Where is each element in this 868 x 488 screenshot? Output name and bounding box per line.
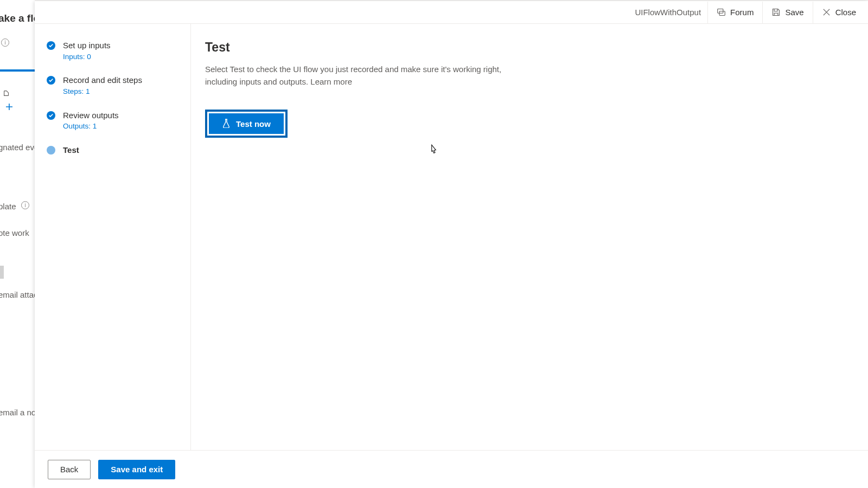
step-label: Set up inputs: [63, 40, 111, 51]
test-now-button[interactable]: Test now: [209, 113, 284, 134]
steps-rail: Set up inputs Inputs: 0 Record and edit …: [35, 24, 191, 450]
step-test[interactable]: Test: [35, 142, 190, 165]
bg-progress-bar: [0, 69, 35, 72]
bg-title-fragment: ake a flo: [0, 12, 40, 24]
step-setup-inputs[interactable]: Set up inputs Inputs: 0: [35, 37, 190, 72]
flask-icon: [222, 118, 231, 130]
pointer-cursor-icon: [427, 143, 439, 157]
save-button[interactable]: Save: [763, 2, 812, 23]
forum-icon: [717, 8, 726, 17]
step-record-edit[interactable]: Record and edit steps Steps: 1: [35, 72, 190, 106]
learn-more-link[interactable]: Learn more: [310, 77, 352, 86]
back-button[interactable]: Back: [48, 460, 91, 479]
close-label: Close: [835, 8, 856, 17]
page-description: Select Test to check the UI flow you jus…: [205, 63, 531, 88]
forum-button[interactable]: Forum: [708, 2, 762, 23]
page-title: Test: [205, 40, 854, 55]
close-button[interactable]: Close: [813, 2, 865, 23]
plus-icon[interactable]: [5, 102, 14, 111]
branch-icon: [3, 89, 10, 97]
bg-text-fragment: email a no: [0, 408, 36, 417]
step-label: Review outputs: [63, 110, 119, 121]
step-review-outputs[interactable]: Review outputs Outputs: 1: [35, 107, 190, 142]
bg-text-fragment: email attac: [0, 290, 38, 299]
step-sub: Steps: 1: [63, 87, 142, 97]
content-area: Test Select Test to check the UI flow yo…: [191, 24, 868, 450]
close-icon: [822, 8, 831, 17]
info-icon: i: [21, 201, 29, 209]
svg-rect-2: [775, 13, 778, 15]
save-icon: [771, 8, 781, 17]
bg-text-fragment: ote work: [0, 228, 29, 237]
step-label: Test: [63, 145, 79, 156]
bg-thumbnail: [0, 266, 4, 279]
save-label: Save: [785, 8, 803, 17]
panel-footer: Back Save and exit: [35, 450, 868, 488]
step-complete-icon: [47, 76, 55, 85]
panel-header: UIFlowWithOutput Forum Save Close: [35, 1, 868, 24]
wizard-panel: UIFlowWithOutput Forum Save Close: [35, 1, 868, 488]
step-complete-icon: [47, 111, 55, 120]
step-sub: Inputs: 0: [63, 52, 111, 62]
test-now-focus-ring: Test now: [205, 110, 288, 138]
step-current-icon: [47, 146, 55, 155]
bg-text-fragment: plate: [0, 202, 16, 211]
test-now-label: Test now: [236, 119, 271, 129]
step-sub: Outputs: 1: [63, 121, 119, 132]
save-and-exit-button[interactable]: Save and exit: [98, 460, 175, 479]
step-label: Record and edit steps: [63, 75, 142, 86]
forum-label: Forum: [730, 8, 754, 17]
step-complete-icon: [47, 41, 55, 50]
flow-name: UIFlowWithOutput: [635, 8, 701, 17]
info-icon: i: [1, 38, 9, 47]
